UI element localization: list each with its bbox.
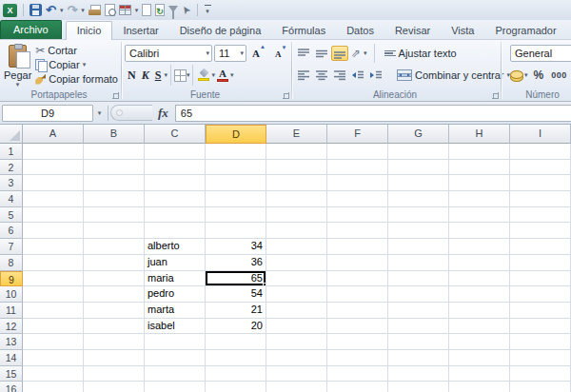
merge-center-button[interactable]: Combinar y centrar ▾ [394,69,513,82]
fill-color-button[interactable] [196,69,211,81]
tab-revisar[interactable]: Revisar [384,22,441,39]
row-header-2[interactable]: 2 [0,160,23,176]
cell-A4[interactable] [23,191,84,207]
row-header-1[interactable]: 1 [0,144,23,160]
cell-H10[interactable] [449,286,510,303]
cell-C16[interactable] [145,382,206,392]
row-header-11[interactable]: 11 [0,303,23,319]
cell-C1[interactable] [145,144,206,160]
cell-G8[interactable] [388,255,449,271]
cell-D8[interactable]: 36 [206,255,266,271]
cell-G4[interactable] [388,191,449,207]
cell-H2[interactable] [449,160,510,176]
cell-E11[interactable] [266,303,327,319]
cell-I7[interactable] [510,239,571,255]
increase-indent-button[interactable] [367,68,384,83]
redo-icon[interactable]: ↷ [67,4,77,16]
cell-D15[interactable] [206,366,266,382]
formula-input[interactable]: 65 [175,105,571,122]
cell-A8[interactable] [23,255,84,271]
cell-C5[interactable] [145,207,206,224]
cell-C9[interactable]: maria [145,271,206,287]
cell-E14[interactable] [266,350,327,366]
tab-vista[interactable]: Vista [441,22,484,39]
paste-dropdown-icon[interactable]: ▾ [16,81,20,88]
cell-I4[interactable] [510,191,571,207]
undo-dropdown-icon[interactable]: ▾ [60,7,64,14]
row-header-7[interactable]: 7 [0,239,23,255]
cell-B7[interactable] [84,239,145,255]
cell-B13[interactable] [84,334,145,350]
cell-E8[interactable] [266,255,327,271]
cell-E9[interactable] [266,271,327,287]
orientation-dropdown-icon[interactable]: ▾ [364,49,367,57]
cell-E7[interactable] [266,239,327,255]
cell-F3[interactable] [327,175,388,191]
align-top-button[interactable] [295,46,312,61]
cell-I5[interactable] [510,207,571,224]
pointer-icon[interactable]: ➤ [179,3,194,17]
wrap-text-button[interactable]: Ajustar texto [382,47,460,60]
cell-D6[interactable] [206,223,266,239]
name-box-dropdown[interactable]: ▾ [93,105,106,122]
row-header-12[interactable]: 12 [0,319,23,335]
row-header-15[interactable]: 15 [0,366,23,382]
cell-H8[interactable] [449,255,510,271]
cell-B3[interactable] [84,175,145,191]
column-header-D[interactable]: D [206,125,266,144]
cell-F10[interactable] [327,286,388,303]
cell-D16[interactable] [206,382,266,392]
font-dialog-launcher[interactable] [283,92,289,99]
tab-insertar[interactable]: Insertar [112,22,168,39]
cell-H7[interactable] [449,239,510,255]
cell-C14[interactable] [145,350,206,366]
cell-G3[interactable] [388,175,449,191]
align-right-button[interactable] [331,68,348,83]
column-header-F[interactable]: F [327,125,388,144]
copy-button[interactable]: Copiar ▾ [32,58,121,71]
cell-B5[interactable] [84,207,145,224]
bold-button[interactable]: N [125,68,139,83]
cell-I9[interactable] [510,271,571,287]
cell-C3[interactable] [145,175,206,191]
cell-F14[interactable] [327,350,388,366]
cell-C6[interactable] [145,223,206,239]
font-color-dropdown-icon[interactable]: ▾ [230,71,234,79]
decrease-indent-button[interactable] [349,68,366,83]
cell-I6[interactable] [510,223,571,239]
font-color-button[interactable]: A [215,69,230,82]
cell-B10[interactable] [84,286,145,303]
paste-button[interactable]: Pegar ▾ [3,43,32,88]
cell-A1[interactable] [23,144,84,160]
borders-dropdown-icon[interactable]: ▾ [187,71,190,79]
cell-G15[interactable] [388,366,449,382]
align-middle-button[interactable] [313,46,330,61]
cell-D5[interactable] [206,207,266,224]
redo-dropdown-icon[interactable]: ▾ [81,7,85,14]
undo-icon[interactable]: ↶ [46,4,56,16]
cell-F8[interactable] [327,255,388,271]
format-painter-button[interactable]: Copiar formato [32,72,121,86]
cell-B15[interactable] [84,366,145,382]
thousands-format-button[interactable]: 000 [549,70,569,80]
cell-G11[interactable] [388,303,449,319]
name-box[interactable]: D9 [2,105,93,122]
currency-dropdown-icon[interactable]: ▾ [524,71,528,79]
cell-I3[interactable] [510,175,571,191]
cell-A13[interactable] [23,334,84,350]
cell-G6[interactable] [388,223,449,239]
cell-F5[interactable] [327,207,388,224]
cell-D14[interactable] [206,350,266,366]
cell-B9[interactable] [84,271,145,287]
insert-table-dropdown-icon[interactable]: ▾ [135,7,139,14]
underline-dropdown-icon[interactable]: ▾ [164,71,167,79]
cell-B16[interactable] [84,382,145,392]
column-header-H[interactable]: H [449,125,510,144]
cell-A12[interactable] [23,319,84,335]
orientation-icon[interactable]: ⇗ [349,47,363,60]
borders-icon[interactable] [174,69,187,82]
cell-H5[interactable] [449,207,510,224]
cell-F11[interactable] [327,303,388,319]
cell-C10[interactable]: pedro [145,286,206,303]
cell-E5[interactable] [266,207,327,224]
